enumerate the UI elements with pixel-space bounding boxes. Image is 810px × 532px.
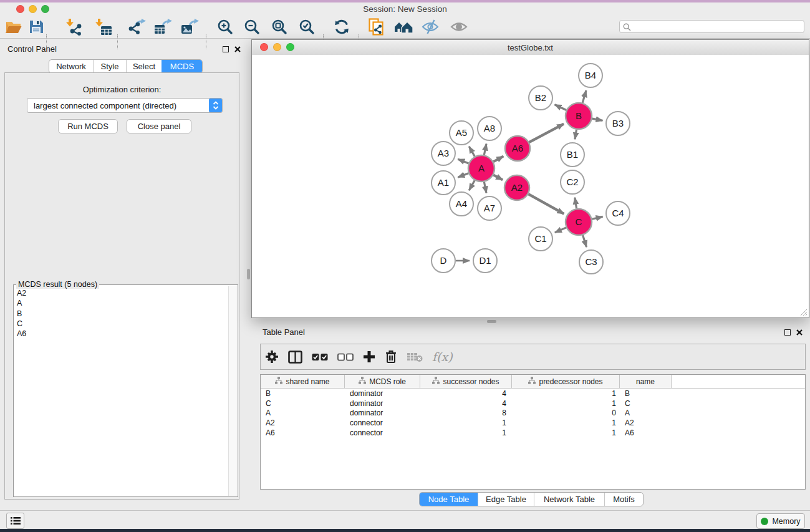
- mcds-result-item[interactable]: B: [14, 309, 228, 319]
- table-cell[interactable]: B: [620, 389, 672, 398]
- network-canvas[interactable]: AA1A2A3A4A5A6A7A8BB1B2B3B4CC1C2C3C4DD1: [252, 55, 809, 317]
- show-all-button[interactable]: [450, 17, 468, 36]
- table-cell[interactable]: A6: [620, 428, 672, 437]
- mcds-result-item[interactable]: A: [14, 298, 228, 308]
- import-table-button[interactable]: [94, 17, 112, 36]
- save-session-button[interactable]: [28, 17, 44, 36]
- table-cell[interactable]: 1: [512, 389, 620, 398]
- table-cell[interactable]: A6: [261, 428, 345, 437]
- table-row[interactable]: Bdominator41B: [261, 389, 805, 399]
- table-cell[interactable]: A2: [261, 418, 345, 427]
- table-cell[interactable]: 1: [420, 418, 512, 427]
- table-cell[interactable]: 0: [512, 409, 620, 417]
- graph-node-B4[interactable]: B4: [579, 64, 602, 87]
- table-cell[interactable]: dominator: [345, 409, 420, 417]
- table-cell[interactable]: A: [261, 409, 345, 417]
- graph-node-D[interactable]: D: [432, 249, 455, 273]
- delete-columns-button[interactable]: [385, 347, 397, 366]
- graph-node-A3[interactable]: A3: [432, 142, 455, 165]
- zoom-in-button[interactable]: [216, 17, 234, 36]
- mcds-result-scrollbar[interactable]: [228, 286, 237, 496]
- first-neighbors-button[interactable]: [394, 17, 413, 36]
- tab-style[interactable]: Style: [93, 60, 126, 73]
- deselect-all-button[interactable]: [337, 347, 354, 366]
- mcds-result-item[interactable]: C: [14, 319, 228, 329]
- column-header-MCDS-role[interactable]: MCDS role: [345, 375, 420, 388]
- table-cell[interactable]: dominator: [345, 389, 420, 398]
- table-row[interactable]: A2connector11A2: [261, 418, 805, 428]
- table-cell[interactable]: 8: [420, 409, 512, 417]
- table-cell[interactable]: connector: [345, 428, 420, 437]
- tab-node-table[interactable]: Node Table: [420, 493, 478, 506]
- column-header-successor-nodes[interactable]: successor nodes: [420, 375, 512, 388]
- table-cell[interactable]: 1: [512, 418, 620, 427]
- graph-node-A8[interactable]: A8: [478, 117, 501, 140]
- vertical-scrollbar-thumb[interactable]: [247, 269, 250, 279]
- select-all-button[interactable]: [312, 347, 328, 366]
- delete-table-button[interactable]: [407, 347, 423, 366]
- new-network-from-file-button[interactable]: [368, 17, 385, 36]
- show-columns-button[interactable]: [288, 347, 302, 366]
- graph-node-A4[interactable]: A4: [450, 192, 473, 216]
- graph-node-B[interactable]: B: [566, 103, 592, 129]
- export-image-button[interactable]: [180, 17, 199, 36]
- export-network-button[interactable]: [127, 17, 146, 36]
- table-row[interactable]: Cdominator41C: [261, 399, 805, 409]
- graph-node-A1[interactable]: A1: [432, 171, 455, 195]
- table-cell[interactable]: 4: [420, 389, 512, 398]
- graph-node-A6[interactable]: A6: [505, 136, 530, 161]
- table-row[interactable]: A6connector11A6: [261, 428, 805, 438]
- close-panel-button[interactable]: Close panel: [127, 119, 191, 133]
- table-cell[interactable]: 1: [512, 428, 620, 437]
- refresh-layout-button[interactable]: [334, 17, 350, 36]
- add-column-button[interactable]: [363, 347, 375, 366]
- graph-node-C3[interactable]: C3: [579, 250, 603, 274]
- zoom-selected-button[interactable]: [298, 17, 316, 36]
- hide-selected-button[interactable]: [421, 17, 440, 36]
- graph-node-B2[interactable]: B2: [529, 86, 552, 110]
- graph-node-C4[interactable]: C4: [606, 201, 630, 225]
- mcds-result-item[interactable]: A2: [14, 288, 228, 298]
- horizontal-scrollbar-thumb[interactable]: [487, 320, 496, 323]
- close-panel-icon[interactable]: [796, 329, 803, 336]
- table-cell[interactable]: A: [620, 409, 672, 417]
- export-table-button[interactable]: [153, 17, 172, 36]
- open-session-button[interactable]: [4, 17, 23, 36]
- float-panel-icon[interactable]: [784, 329, 791, 336]
- graph-node-C1[interactable]: C1: [529, 227, 552, 251]
- mcds-result-item[interactable]: A6: [14, 329, 228, 339]
- function-builder-button[interactable]: f(x): [432, 347, 453, 366]
- tab-network[interactable]: Network: [49, 60, 93, 73]
- tab-mcds[interactable]: MCDS: [162, 60, 202, 73]
- tab-network-table[interactable]: Network Table: [534, 493, 604, 506]
- graph-node-B1[interactable]: B1: [561, 143, 584, 167]
- tab-select[interactable]: Select: [126, 60, 162, 73]
- column-header-predecessor-nodes[interactable]: predecessor nodes: [512, 375, 620, 388]
- close-panel-icon[interactable]: [234, 46, 241, 52]
- table-cell[interactable]: 1: [420, 428, 512, 437]
- memory-button[interactable]: Memory: [756, 513, 805, 529]
- search-input[interactable]: [619, 20, 804, 33]
- table-cell[interactable]: C: [261, 399, 345, 408]
- table-cell[interactable]: connector: [345, 418, 420, 427]
- task-history-button[interactable]: [6, 513, 24, 529]
- graph-node-D1[interactable]: D1: [473, 249, 497, 273]
- column-header-name[interactable]: name: [620, 375, 672, 388]
- table-cell[interactable]: A2: [620, 418, 672, 427]
- run-mcds-button[interactable]: Run MCDS: [58, 119, 118, 133]
- network-window-titlebar[interactable]: testGlobe.txt: [252, 40, 809, 56]
- graph-node-A[interactable]: A: [468, 155, 494, 181]
- graph-node-C[interactable]: C: [566, 209, 592, 235]
- table-cell[interactable]: C: [620, 399, 672, 408]
- tab-motifs[interactable]: Motifs: [604, 493, 643, 506]
- import-network-button[interactable]: [64, 17, 83, 36]
- table-cell[interactable]: 4: [420, 399, 512, 408]
- table-cell[interactable]: 1: [512, 399, 620, 408]
- tab-edge-table[interactable]: Edge Table: [478, 493, 534, 506]
- column-header-shared-name[interactable]: shared name: [261, 375, 345, 388]
- table-row[interactable]: Adominator80A: [261, 408, 805, 418]
- criterion-dropdown[interactable]: largest connected component (directed): [27, 98, 223, 113]
- table-cell[interactable]: B: [261, 389, 345, 398]
- zoom-fit-button[interactable]: [271, 17, 288, 36]
- graph-node-A7[interactable]: A7: [478, 196, 501, 220]
